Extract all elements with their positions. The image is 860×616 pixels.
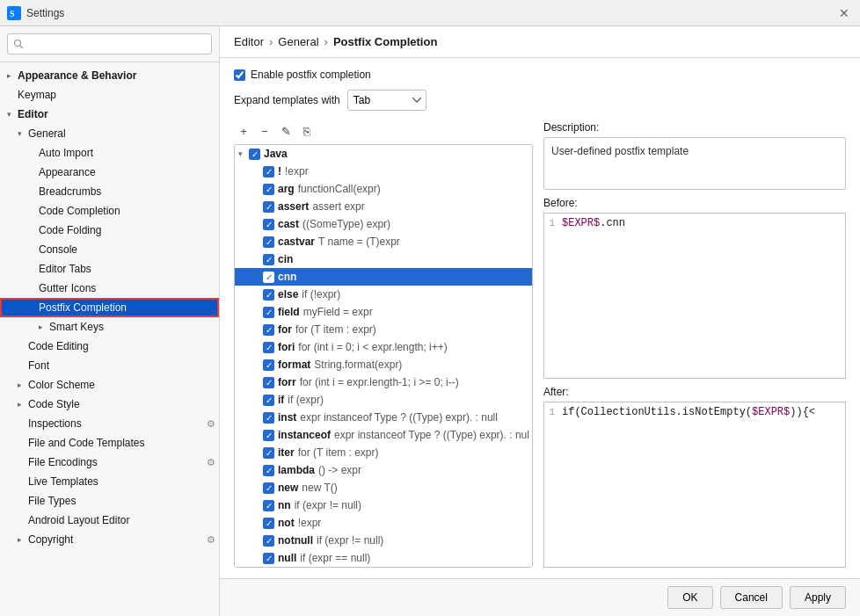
enable-checkbox[interactable] bbox=[234, 69, 245, 81]
template-checkbox-not[interactable]: ✓ bbox=[263, 518, 274, 529]
sidebar-item-inspections[interactable]: Inspections⚙ bbox=[0, 414, 219, 433]
apply-button[interactable]: Apply bbox=[790, 586, 846, 609]
template-checkbox-inst[interactable]: ✓ bbox=[263, 412, 274, 424]
svg-text:S: S bbox=[10, 9, 15, 18]
template-item-Java[interactable]: ▾✓Java bbox=[235, 145, 532, 163]
template-item-opt[interactable]: ✓optOptional.ofNullable(expr) bbox=[235, 567, 532, 568]
template-item-forr[interactable]: ✓forrfor (int i = expr.length-1; i >= 0;… bbox=[235, 373, 532, 391]
sidebar-item-keymap[interactable]: Keymap bbox=[0, 85, 219, 105]
sidebar-item-breadcrumbs[interactable]: Breadcrumbs bbox=[0, 182, 219, 201]
template-item-if[interactable]: ✓ifif (expr) bbox=[235, 391, 532, 409]
template-desc-lambda: () -> expr bbox=[318, 464, 361, 476]
sidebar-item-code-style[interactable]: ▸Code Style bbox=[0, 395, 219, 414]
toolbar: + − ✎ ⎘ bbox=[234, 121, 533, 141]
template-checkbox-if[interactable]: ✓ bbox=[263, 395, 274, 406]
template-checkbox-nn[interactable]: ✓ bbox=[263, 500, 274, 511]
template-checkbox-notnull[interactable]: ✓ bbox=[263, 535, 274, 547]
template-checkbox-format[interactable]: ✓ bbox=[263, 359, 274, 371]
copy-button[interactable]: ⎘ bbox=[297, 121, 317, 141]
template-checkbox-for[interactable]: ✓ bbox=[263, 324, 274, 336]
template-checkbox-cast[interactable]: ✓ bbox=[263, 219, 274, 230]
sidebar-item-file-encodings[interactable]: File Encodings⚙ bbox=[0, 453, 219, 472]
sidebar-label-code-completion: Code Completion bbox=[39, 205, 120, 217]
sidebar-item-android-layout-editor[interactable]: Android Layout Editor bbox=[0, 511, 219, 530]
sidebar-item-font[interactable]: Font bbox=[0, 356, 219, 375]
template-item-notnull[interactable]: ✓notnullif (expr != null) bbox=[235, 532, 532, 549]
add-button[interactable]: + bbox=[234, 121, 253, 141]
ok-button[interactable]: OK bbox=[667, 586, 712, 609]
edit-button[interactable]: ✎ bbox=[276, 121, 295, 141]
template-item-cast[interactable]: ✓cast((SomeType) expr) bbox=[235, 215, 532, 233]
sidebar-item-editor-tabs[interactable]: Editor Tabs bbox=[0, 259, 219, 279]
template-item-instanceof[interactable]: ✓instanceofexpr instanceof Type ? ((Type… bbox=[235, 426, 532, 444]
template-checkbox-instanceof[interactable]: ✓ bbox=[263, 430, 274, 441]
template-item-new[interactable]: ✓newnew T() bbox=[235, 479, 532, 496]
template-name-new: new bbox=[278, 482, 298, 494]
sidebar-label-console: Console bbox=[39, 243, 77, 256]
template-checkbox-cnn[interactable]: ✓ bbox=[263, 272, 274, 283]
template-checkbox-arg[interactable]: ✓ bbox=[263, 184, 274, 195]
sidebar-item-smart-keys[interactable]: ▸Smart Keys bbox=[0, 317, 219, 337]
sidebar-item-appearance-behavior[interactable]: ▸Appearance & Behavior bbox=[0, 66, 219, 85]
template-checkbox-forr[interactable]: ✓ bbox=[263, 377, 274, 388]
sidebar-label-copyright: Copyright bbox=[28, 533, 73, 546]
template-checkbox-iter[interactable]: ✓ bbox=[263, 447, 274, 459]
sidebar-item-file-code-templates[interactable]: File and Code Templates bbox=[0, 433, 219, 453]
template-item-![interactable]: ✓!!expr bbox=[235, 163, 532, 180]
template-item-cnn[interactable]: ✓cnn bbox=[235, 268, 532, 286]
expand-select[interactable]: Tab Enter Space bbox=[347, 90, 426, 111]
search-input[interactable] bbox=[7, 33, 212, 54]
template-item-fori[interactable]: ✓forifor (int i = 0; i < expr.length; i+… bbox=[235, 338, 532, 356]
templates-tree: ▾✓Java✓!!expr✓argfunctionCall(expr)✓asse… bbox=[234, 144, 533, 568]
remove-button[interactable]: − bbox=[255, 121, 274, 141]
sidebar-item-general[interactable]: ▾General bbox=[0, 124, 219, 143]
template-item-iter[interactable]: ✓iterfor (T item : expr) bbox=[235, 444, 532, 461]
template-item-cin[interactable]: ✓cin bbox=[235, 250, 532, 268]
sidebar-item-code-editing[interactable]: Code Editing bbox=[0, 337, 219, 356]
template-item-for[interactable]: ✓forfor (T item : expr) bbox=[235, 321, 532, 338]
close-button[interactable]: ✕ bbox=[835, 4, 853, 22]
title-bar: S Settings ✕ bbox=[0, 0, 860, 26]
sidebar-item-code-completion[interactable]: Code Completion bbox=[0, 201, 219, 221]
template-item-lambda[interactable]: ✓lambda() -> expr bbox=[235, 461, 532, 479]
sidebar-item-color-scheme[interactable]: ▸Color Scheme bbox=[0, 375, 219, 395]
sidebar-item-editor[interactable]: ▾Editor bbox=[0, 105, 219, 124]
template-checkbox-Java[interactable]: ✓ bbox=[249, 149, 260, 160]
template-checkbox-fori[interactable]: ✓ bbox=[263, 342, 274, 353]
sidebar-item-live-templates[interactable]: Live Templates bbox=[0, 472, 219, 491]
group-arrow-icon: ▾ bbox=[238, 149, 249, 158]
sidebar-item-file-types[interactable]: File Types bbox=[0, 491, 219, 511]
breadcrumb-sep1: › bbox=[269, 35, 273, 48]
template-checkbox-field[interactable]: ✓ bbox=[263, 307, 274, 318]
sidebar-item-auto-import[interactable]: Auto Import bbox=[0, 143, 219, 163]
template-name-else: else bbox=[278, 288, 298, 301]
template-checkbox-lambda[interactable]: ✓ bbox=[263, 465, 274, 476]
template-checkbox-assert[interactable]: ✓ bbox=[263, 201, 274, 213]
template-checkbox-cin[interactable]: ✓ bbox=[263, 254, 274, 265]
sidebar-item-code-folding[interactable]: Code Folding bbox=[0, 221, 219, 240]
sidebar-item-console[interactable]: Console bbox=[0, 240, 219, 259]
sidebar-item-postfix-completion[interactable]: Postfix Completion bbox=[0, 298, 219, 317]
after-code-box: 1 if(CollectionUtils.isNotEmpty($EXPR$))… bbox=[543, 402, 846, 568]
template-item-else[interactable]: ✓elseif (!expr) bbox=[235, 286, 532, 303]
sidebar-label-android-layout-editor: Android Layout Editor bbox=[28, 514, 129, 526]
cancel-button[interactable]: Cancel bbox=[720, 586, 783, 609]
before-line-code: $EXPR$.cnn bbox=[562, 215, 845, 231]
template-item-field[interactable]: ✓fieldmyField = expr bbox=[235, 303, 532, 321]
template-checkbox-![interactable]: ✓ bbox=[263, 166, 274, 178]
template-checkbox-new[interactable]: ✓ bbox=[263, 482, 274, 494]
template-checkbox-castvar[interactable]: ✓ bbox=[263, 236, 274, 248]
template-checkbox-else[interactable]: ✓ bbox=[263, 289, 274, 301]
template-item-inst[interactable]: ✓instexpr instanceof Type ? ((Type) expr… bbox=[235, 409, 532, 426]
template-item-format[interactable]: ✓formatString.format(expr) bbox=[235, 356, 532, 373]
sidebar-item-appearance[interactable]: Appearance bbox=[0, 163, 219, 182]
template-item-assert[interactable]: ✓assertassert expr bbox=[235, 198, 532, 215]
template-item-not[interactable]: ✓not!expr bbox=[235, 514, 532, 532]
template-item-nn[interactable]: ✓nnif (expr != null) bbox=[235, 496, 532, 514]
template-checkbox-null[interactable]: ✓ bbox=[263, 553, 274, 564]
template-item-castvar[interactable]: ✓castvarT name = (T)expr bbox=[235, 233, 532, 250]
template-item-arg[interactable]: ✓argfunctionCall(expr) bbox=[235, 180, 532, 198]
sidebar-item-gutter-icons[interactable]: Gutter Icons bbox=[0, 279, 219, 298]
sidebar-item-copyright[interactable]: ▸Copyright⚙ bbox=[0, 530, 219, 549]
template-item-null[interactable]: ✓nullif (expr == null) bbox=[235, 549, 532, 567]
